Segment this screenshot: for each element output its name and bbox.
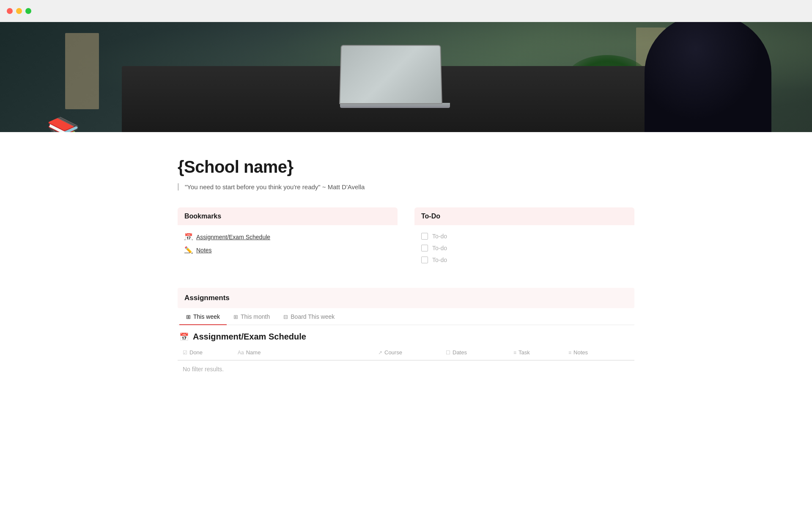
bookmark-label-0: Assignment/Exam Schedule xyxy=(196,234,270,240)
titlebar xyxy=(0,0,812,22)
close-button[interactable] xyxy=(7,8,13,14)
hero-desk xyxy=(122,66,690,132)
no-results-message: No filter results. xyxy=(178,361,634,378)
bookmark-item-0[interactable]: 📅 Assignment/Exam Schedule xyxy=(179,230,396,243)
page-quote: "You need to start before you think you'… xyxy=(178,183,634,190)
todo-item-0[interactable]: To-do xyxy=(416,230,633,242)
todo-checkbox-1[interactable] xyxy=(421,245,428,251)
bookmarks-header: Bookmarks xyxy=(178,207,398,225)
bookmark-item-1[interactable]: ✏️ Notes xyxy=(179,243,396,257)
tab-this-month-label: This month xyxy=(241,313,270,320)
col-dates[interactable]: ☐ Dates xyxy=(442,348,510,357)
todo-item-1[interactable]: To-do xyxy=(416,242,633,254)
minimize-button[interactable] xyxy=(16,8,22,14)
col-course-label: Course xyxy=(384,349,402,356)
db-header: 📅 Assignment/Exam Schedule xyxy=(178,325,634,345)
col-task-label: Task xyxy=(518,349,530,356)
hero-banner: 📚 xyxy=(0,22,812,132)
page-icon: 📚 xyxy=(47,118,80,132)
col-done-icon: ☑ xyxy=(183,350,187,356)
hero-chair xyxy=(645,22,771,132)
assignments-section: Assignments ⊞ This week ⊞ This month ⊟ B… xyxy=(178,288,634,378)
todo-header: To-Do xyxy=(414,207,634,225)
col-dates-icon: ☐ xyxy=(446,350,450,356)
db-icon: 📅 xyxy=(179,332,189,342)
col-name-icon: Aa xyxy=(238,350,244,356)
bookmarks-section: Bookmarks 📅 Assignment/Exam Schedule ✏️ … xyxy=(178,207,398,271)
tab-this-week-label: This week xyxy=(193,313,220,320)
two-column-section: Bookmarks 📅 Assignment/Exam Schedule ✏️ … xyxy=(178,207,634,271)
todo-checkbox-0[interactable] xyxy=(421,233,428,240)
todo-item-2[interactable]: To-do xyxy=(416,254,633,266)
tab-board-this-week-label: Board This week xyxy=(291,313,335,320)
col-name[interactable]: Aa Name xyxy=(234,348,375,357)
hero-building-left xyxy=(65,33,99,109)
assignments-header: Assignments xyxy=(178,288,634,308)
todo-label-0: To-do xyxy=(432,233,447,240)
tab-this-month-icon: ⊞ xyxy=(233,314,238,320)
tab-board-this-week[interactable]: ⊟ Board This week xyxy=(277,309,341,325)
main-content: {School name} "You need to start before … xyxy=(131,132,681,403)
todo-label-2: To-do xyxy=(432,257,447,263)
hero-laptop xyxy=(340,44,450,112)
col-done-label: Done xyxy=(189,349,203,356)
tab-this-week-icon: ⊞ xyxy=(186,314,191,320)
col-notes[interactable]: ≡ Notes xyxy=(565,348,633,357)
tab-board-this-week-icon: ⊟ xyxy=(283,314,288,320)
col-notes-icon: ≡ xyxy=(568,350,571,356)
col-course-icon: ↗ xyxy=(378,350,382,356)
col-name-label: Name xyxy=(246,349,261,356)
tab-this-week[interactable]: ⊞ This week xyxy=(179,309,227,325)
tab-this-month[interactable]: ⊞ This month xyxy=(227,309,277,325)
todo-body: To-do To-do To-do xyxy=(414,225,634,271)
todo-label-1: To-do xyxy=(432,245,447,251)
todo-checkbox-2[interactable] xyxy=(421,257,428,263)
page-title: {School name} xyxy=(178,157,634,177)
todo-section: To-Do To-do To-do To-do xyxy=(414,207,634,271)
col-course[interactable]: ↗ Course xyxy=(375,348,442,357)
assignments-tabs: ⊞ This week ⊞ This month ⊟ Board This we… xyxy=(178,309,634,325)
bookmark-label-1: Notes xyxy=(196,247,212,254)
col-done[interactable]: ☑ Done xyxy=(179,348,234,357)
maximize-button[interactable] xyxy=(25,8,31,14)
bookmark-icon-1: ✏️ xyxy=(184,246,193,254)
laptop-screen xyxy=(339,45,442,104)
bookmarks-body: 📅 Assignment/Exam Schedule ✏️ Notes xyxy=(178,225,398,262)
bookmark-icon-0: 📅 xyxy=(184,233,193,241)
table-header: ☑ Done Aa Name ↗ Course ☐ Dates ≡ Task ≡… xyxy=(178,345,634,360)
col-dates-label: Dates xyxy=(453,349,467,356)
col-task-icon: ≡ xyxy=(513,350,516,356)
col-task[interactable]: ≡ Task xyxy=(510,348,565,357)
col-notes-label: Notes xyxy=(573,349,588,356)
db-title: Assignment/Exam Schedule xyxy=(193,332,306,342)
